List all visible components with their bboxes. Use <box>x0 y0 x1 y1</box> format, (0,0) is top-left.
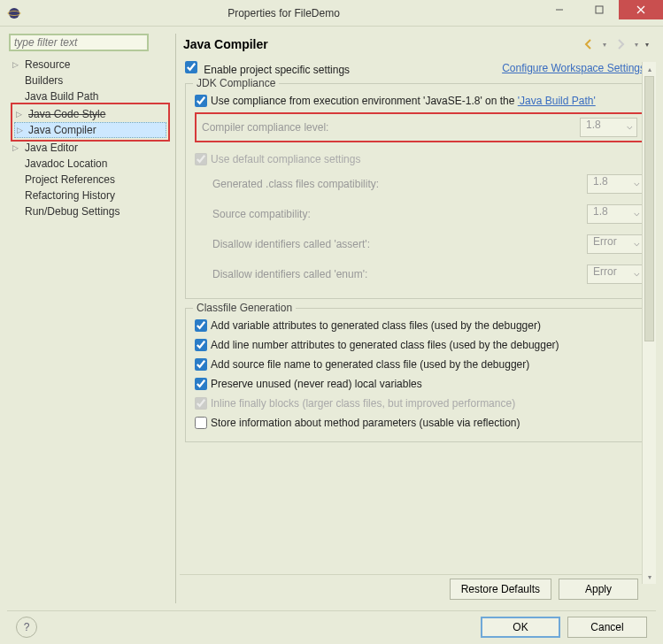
sidebar-item-label: Javadoc Location <box>25 157 107 170</box>
sidebar-item-label: Resource <box>25 58 70 71</box>
sidebar-item-label: Java Compiler <box>28 124 96 136</box>
filter-input[interactable] <box>9 34 149 51</box>
scroll-up-icon[interactable]: ▴ <box>643 62 656 76</box>
maximize-button[interactable] <box>579 0 619 19</box>
sidebar-item-javadoc[interactable]: Javadoc Location <box>11 156 170 172</box>
add-line-attrs-label: Add line number attributes to generated … <box>211 339 559 351</box>
use-default-checkbox <box>195 153 207 165</box>
disallow-assert-select: Error <box>587 234 644 254</box>
add-source-file-checkbox[interactable] <box>195 358 207 371</box>
sidebar-item-resource[interactable]: Resource <box>11 57 170 73</box>
store-method-params-checkbox[interactable] <box>195 417 207 429</box>
add-line-attrs-checkbox[interactable] <box>195 339 207 351</box>
source-compat-label: Source compatibility: <box>212 208 311 220</box>
svg-point-0 <box>9 8 19 19</box>
sidebar-item-label: Run/Debug Settings <box>25 205 119 218</box>
help-button[interactable]: ? <box>16 617 37 638</box>
sidebar-item-java-editor[interactable]: Java Editor <box>11 140 170 156</box>
sidebar-item-project-refs[interactable]: Project References <box>11 172 170 188</box>
main-panel: Java Compiler ▾ ▾ ▾ Enable project speci… <box>175 34 656 603</box>
sidebar-highlight: Java Code Style Java Compiler <box>11 103 170 142</box>
window-controls <box>539 0 663 26</box>
back-arrow-icon[interactable] <box>582 37 596 51</box>
sidebar-item-code-style[interactable]: Java Code Style <box>14 106 166 122</box>
inline-finally-checkbox <box>195 397 207 410</box>
window-title: Properties for FileDemo <box>28 7 539 19</box>
disallow-enum-select: Error <box>587 264 644 284</box>
use-default-label: Use default compliance settings <box>211 153 360 165</box>
apply-button[interactable]: Apply <box>559 579 638 600</box>
dialog-footer: ? OK Cancel <box>7 610 656 637</box>
use-env-label: Use compliance from execution environmen… <box>211 95 596 107</box>
store-method-params-label: Store information about method parameter… <box>211 417 520 429</box>
add-var-attrs-checkbox[interactable] <box>195 319 207 332</box>
enable-project-label: Enable project specific settings <box>204 64 350 76</box>
generated-compat-select: 1.8 <box>587 174 644 194</box>
sidebar: Resource Builders Java Build Path Java C… <box>7 34 175 603</box>
sidebar-tree: Resource Builders Java Build Path Java C… <box>7 57 170 219</box>
menu-dropdown-icon[interactable]: ▾ <box>645 41 649 49</box>
eclipse-icon <box>7 6 21 20</box>
compliance-level-select[interactable]: 1.8 <box>580 118 637 137</box>
cancel-button[interactable]: Cancel <box>567 617 647 638</box>
sidebar-item-label: Java Build Path <box>25 90 98 103</box>
add-var-attrs-label: Add variable attributes to generated cla… <box>211 319 541 332</box>
restore-defaults-button[interactable]: Restore Defaults <box>450 579 551 600</box>
inline-finally-label: Inline finally blocks (larger class file… <box>211 397 515 410</box>
scroll-down-icon[interactable]: ▾ <box>643 570 656 584</box>
jdk-compliance-title: JDK Compliance <box>193 77 279 89</box>
sidebar-item-run-debug[interactable]: Run/Debug Settings <box>11 203 170 219</box>
enable-project-checkbox[interactable] <box>185 61 197 73</box>
titlebar: Properties for FileDemo <box>0 0 663 27</box>
disallow-enum-label: Disallow identifiers called 'enum': <box>212 268 367 280</box>
generated-compat-label: Generated .class files compatibility: <box>212 178 379 190</box>
scrollbar[interactable]: ▴ ▾ <box>642 62 656 584</box>
jdk-compliance-group: JDK Compliance Use compliance from execu… <box>185 83 654 299</box>
classfile-group: Classfile Generation Add variable attrib… <box>185 308 654 442</box>
add-source-file-label: Add source file name to generated class … <box>211 358 529 371</box>
ok-button[interactable]: OK <box>481 617 560 638</box>
preserve-unused-checkbox[interactable] <box>195 378 207 390</box>
nav-arrows: ▾ ▾ ▾ <box>582 37 649 51</box>
panel-title: Java Compiler <box>183 37 582 51</box>
sidebar-item-label: Project References <box>25 173 115 186</box>
forward-arrow-icon[interactable] <box>613 37 628 51</box>
svg-rect-3 <box>596 6 603 13</box>
back-dropdown-icon[interactable]: ▾ <box>603 41 606 49</box>
build-path-link[interactable]: 'Java Build Path' <box>518 95 596 107</box>
compliance-level-highlight: Compiler compliance level: 1.8 <box>195 112 644 142</box>
close-button[interactable] <box>619 0 663 19</box>
sidebar-item-refactoring[interactable]: Refactoring History <box>11 188 170 203</box>
scroll-thumb[interactable] <box>644 76 654 341</box>
disallow-assert-label: Disallow identifiers called 'assert': <box>212 238 370 250</box>
sidebar-item-label: Builders <box>25 74 63 87</box>
sidebar-item-label: Refactoring History <box>25 189 115 202</box>
minimize-button[interactable] <box>539 0 579 19</box>
sidebar-item-java-compiler[interactable]: Java Compiler <box>14 122 166 138</box>
use-env-checkbox[interactable] <box>195 95 207 107</box>
forward-dropdown-icon[interactable]: ▾ <box>635 41 638 49</box>
panel-header: Java Compiler ▾ ▾ ▾ <box>180 34 656 58</box>
panel-body: Enable project specific settings Configu… <box>180 58 656 574</box>
sidebar-item-build-path[interactable]: Java Build Path <box>11 88 170 104</box>
preserve-unused-label: Preserve unused (never read) local varia… <box>211 378 422 390</box>
sidebar-item-label: Java Code Style <box>28 108 105 120</box>
compliance-level-label: Compiler compliance level: <box>202 121 328 134</box>
sidebar-item-label: Java Editor <box>25 142 78 154</box>
sidebar-item-builders[interactable]: Builders <box>11 73 170 88</box>
panel-actions: Restore Defaults Apply <box>180 574 656 603</box>
source-compat-select: 1.8 <box>587 204 644 224</box>
classfile-title: Classfile Generation <box>193 302 296 314</box>
configure-workspace-link[interactable]: Configure Workspace Settings... <box>502 62 654 74</box>
